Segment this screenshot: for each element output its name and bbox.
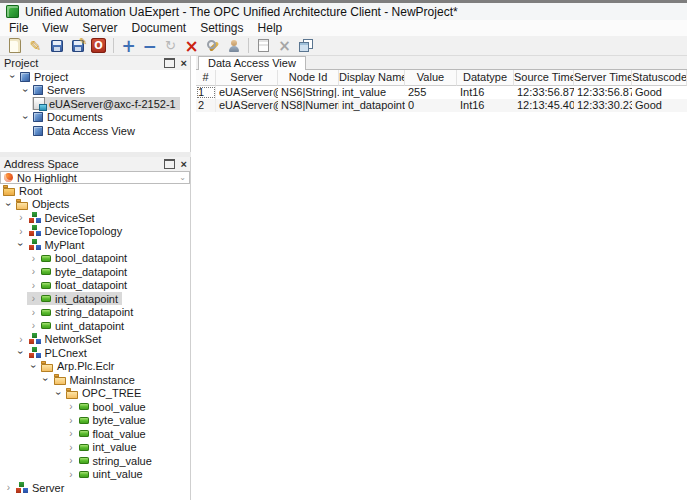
tree-item-hit-area[interactable]: ›Project <box>6 70 72 83</box>
chevron-collapsed-icon[interactable]: › <box>65 428 78 439</box>
chevron-expanded-icon[interactable]: › <box>40 374 53 385</box>
table-cell[interactable]: int_value <box>339 86 405 99</box>
menu-item-settings[interactable]: Settings <box>193 20 250 36</box>
tree-item-hit-area[interactable]: ›byte_value <box>65 414 150 427</box>
menu-item-file[interactable]: File <box>2 20 35 36</box>
tree-item-hit-area[interactable]: ›Server <box>2 481 68 494</box>
table-cell[interactable]: 12:33:56.878 <box>574 86 632 99</box>
tree-item-euaserver-axc-f-2152-1[interactable]: eUAServer@axc-f-2152-1 <box>0 97 190 111</box>
chevron-expanded-icon[interactable]: › <box>2 199 15 210</box>
remove-minus-button[interactable] <box>139 37 160 55</box>
tree-item-float-datapoint[interactable]: ›float_datapoint <box>0 279 190 293</box>
user-button[interactable] <box>223 37 244 55</box>
tab-data-access-view[interactable]: Data Access View <box>198 56 306 70</box>
add-plus-button[interactable] <box>118 37 139 55</box>
delete-x-button[interactable] <box>181 37 202 55</box>
tree-item-uint-value[interactable]: ›uint_value <box>0 468 190 482</box>
tree-item-hit-area[interactable]: ›float_datapoint <box>27 279 131 292</box>
column-header-display-name[interactable]: Display Name <box>339 70 405 86</box>
refresh-button[interactable] <box>160 37 181 55</box>
chevron-expanded-icon[interactable]: › <box>6 71 19 82</box>
power-off-button[interactable] <box>88 37 109 55</box>
tree-item-hit-area[interactable]: ›uint_datapoint <box>27 319 128 332</box>
chevron-collapsed-icon[interactable]: › <box>27 293 40 304</box>
chevron-expanded-icon[interactable]: › <box>15 239 28 250</box>
document-button[interactable] <box>253 37 274 55</box>
tree-item-hit-area[interactable]: eUAServer@axc-f-2152-1 <box>32 97 180 110</box>
tree-item-devicetopology[interactable]: ›DeviceTopology <box>0 225 190 239</box>
column-header-source-timestamp[interactable]: Source Timestamp <box>514 70 574 86</box>
close-panel-icon[interactable]: × <box>181 58 187 68</box>
highlight-filter-dropdown[interactable]: No Highlight ⌄ <box>0 171 190 184</box>
chevron-expanded-icon[interactable]: › <box>15 347 28 358</box>
table-cell[interactable]: 12:13:45.401 <box>514 99 574 112</box>
tree-item-hit-area[interactable]: ›NetworkSet <box>15 333 106 346</box>
column-header-datatype[interactable]: Datatype <box>457 70 514 86</box>
menu-item-view[interactable]: View <box>35 20 75 36</box>
table-cell[interactable]: 1 <box>196 86 216 99</box>
chevron-collapsed-icon[interactable]: › <box>27 253 40 264</box>
tree-item-hit-area[interactable]: ›MyPlant <box>15 238 89 251</box>
column-header-statuscode[interactable]: Statuscode <box>632 70 687 86</box>
table-cell[interactable]: Good <box>632 99 687 112</box>
tree-item-hit-area[interactable]: ›bool_datapoint <box>27 252 131 265</box>
title-bar[interactable]: Unified Automation UaExpert - The OPC Un… <box>0 3 687 20</box>
table-cell[interactable]: int_datapoint <box>339 99 405 112</box>
menu-item-server[interactable]: Server <box>75 20 124 36</box>
tree-item-hit-area[interactable]: ›Arp.Plc.Eclr <box>27 360 118 373</box>
tree-item-project[interactable]: ›Project <box>0 70 190 84</box>
chevron-collapsed-icon[interactable]: › <box>27 307 40 318</box>
table-cell[interactable]: Good <box>632 86 687 99</box>
table-cell[interactable]: Int16 <box>457 99 514 112</box>
tree-item-server[interactable]: ›Server <box>0 481 190 495</box>
tree-item-hit-area[interactable]: ›int_datapoint <box>27 292 122 305</box>
window-layout-button[interactable] <box>295 37 316 55</box>
chevron-collapsed-icon[interactable]: › <box>15 226 28 237</box>
table-cell[interactable]: Int16 <box>457 86 514 99</box>
tree-item-opc-tree[interactable]: ›OPC_TREE <box>0 387 190 401</box>
chevron-collapsed-icon[interactable]: › <box>65 415 78 426</box>
new-file-button[interactable] <box>4 37 25 55</box>
tree-item-bool-value[interactable]: ›bool_value <box>0 400 190 414</box>
column-header-value[interactable]: Value <box>405 70 457 86</box>
chevron-collapsed-icon[interactable]: › <box>27 320 40 331</box>
tree-item-hit-area[interactable]: ›DeviceTopology <box>15 225 127 238</box>
tree-item-data-access-view[interactable]: Data Access View <box>0 124 190 138</box>
chevron-expanded-icon[interactable]: › <box>19 112 32 123</box>
table-cell[interactable]: eUAServer@... <box>216 99 278 112</box>
column-header-node-id[interactable]: Node Id <box>278 70 339 86</box>
tree-item-arp-plc-eclr[interactable]: ›Arp.Plc.Eclr <box>0 360 190 374</box>
tree-item-byte-datapoint[interactable]: ›byte_datapoint <box>0 265 190 279</box>
chevron-collapsed-icon[interactable]: › <box>65 469 78 480</box>
tree-item-hit-area[interactable]: ›DeviceSet <box>15 211 99 224</box>
tree-item-networkset[interactable]: ›NetworkSet <box>0 333 190 347</box>
column-header--[interactable]: # <box>196 70 216 86</box>
tree-item-hit-area[interactable]: ›float_value <box>65 427 150 440</box>
tree-item-hit-area[interactable]: ›Servers <box>19 84 89 97</box>
table-cell[interactable]: 255 <box>405 86 457 99</box>
tree-item-hit-area[interactable]: ›byte_datapoint <box>27 265 131 278</box>
table-cell[interactable]: 0 <box>405 99 457 112</box>
table-cell[interactable]: NS8|Numeric... <box>278 99 339 112</box>
tree-item-int-datapoint[interactable]: ›int_datapoint <box>0 292 190 306</box>
menu-item-help[interactable]: Help <box>251 20 290 36</box>
column-header-server-timestamp[interactable]: Server Timestamp <box>574 70 632 86</box>
tree-item-hit-area[interactable]: Data Access View <box>32 124 139 137</box>
tree-item-root[interactable]: Root <box>0 184 190 198</box>
table-cell[interactable]: 12:33:56.877 <box>514 86 574 99</box>
table-cell[interactable]: 12:33:30.230 <box>574 99 632 112</box>
save-as-button[interactable]: ✎ <box>67 37 88 55</box>
table-cell[interactable]: eUAServer@... <box>216 86 278 99</box>
save-button[interactable] <box>46 37 67 55</box>
table-row[interactable]: 1eUAServer@...NS6|String|...int_value255… <box>196 86 687 99</box>
tree-item-int-value[interactable]: ›int_value <box>0 441 190 455</box>
tree-item-string-value[interactable]: ›string_value <box>0 454 190 468</box>
table-cell[interactable]: 2 <box>196 99 216 112</box>
chevron-collapsed-icon[interactable]: › <box>27 280 40 291</box>
chevron-collapsed-icon[interactable]: › <box>15 334 28 345</box>
tree-item-uint-datapoint[interactable]: ›uint_datapoint <box>0 319 190 333</box>
tree-item-bool-datapoint[interactable]: ›bool_datapoint <box>0 252 190 266</box>
edit-pencil-button[interactable] <box>25 37 46 55</box>
tree-item-float-value[interactable]: ›float_value <box>0 427 190 441</box>
tree-item-hit-area[interactable]: ›MainInstance <box>40 373 139 386</box>
